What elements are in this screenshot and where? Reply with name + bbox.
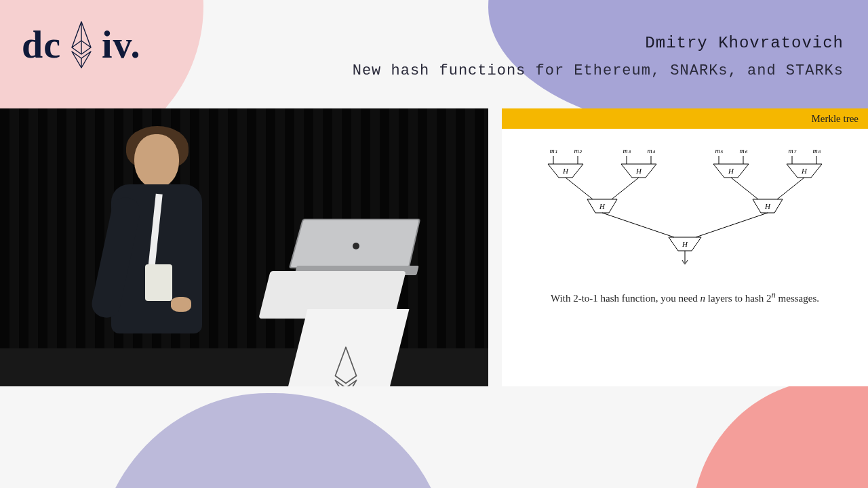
talk-title: New hash functions for Ethereum, SNARKs,… bbox=[353, 62, 844, 79]
slide-caption: With 2-to-1 hash function, you need n la… bbox=[510, 290, 860, 304]
svg-text:H: H bbox=[599, 202, 606, 210]
svg-line-16 bbox=[566, 178, 593, 199]
svg-line-21 bbox=[696, 213, 768, 237]
logo-text-left: dc bbox=[22, 23, 61, 66]
svg-text:m₇: m₇ bbox=[788, 147, 796, 155]
lectern bbox=[258, 244, 407, 386]
svg-line-17 bbox=[612, 178, 639, 199]
speaker-name: Dmitry Khovratovich bbox=[645, 34, 844, 52]
svg-text:m₃: m₃ bbox=[623, 147, 631, 155]
svg-text:H: H bbox=[562, 167, 569, 175]
camera-feed bbox=[0, 108, 488, 386]
decorative-blob bbox=[95, 393, 448, 488]
presentation-frame: dc iv. Dmitry Khovratovich New hash func… bbox=[0, 0, 868, 488]
ethereum-diamond-icon bbox=[326, 346, 366, 386]
presenter-figure bbox=[95, 129, 217, 373]
slide-body: m₁ m₂ m₃ m₄ m₅ m₆ m₇ m₈ bbox=[502, 129, 868, 304]
svg-text:m₄: m₄ bbox=[647, 147, 655, 155]
slide-heading: Merkle tree bbox=[502, 108, 868, 129]
ethereum-diamond-icon bbox=[68, 20, 95, 69]
svg-text:m₁: m₁ bbox=[549, 147, 557, 155]
logo-text-right: iv. bbox=[102, 23, 140, 66]
slide-view: Merkle tree m₁ m₂ m₃ m₄ m₅ m₆ m₇ m₈ bbox=[502, 108, 868, 386]
svg-text:H: H bbox=[728, 167, 734, 175]
svg-text:m₂: m₂ bbox=[574, 147, 582, 155]
svg-line-19 bbox=[777, 178, 804, 199]
stage-backdrop bbox=[0, 108, 488, 386]
decorative-blob bbox=[692, 380, 868, 488]
stage-floor bbox=[0, 348, 488, 386]
svg-line-20 bbox=[602, 213, 674, 237]
svg-text:H: H bbox=[635, 167, 642, 175]
svg-text:m₆: m₆ bbox=[739, 147, 747, 155]
svg-text:H: H bbox=[764, 202, 771, 210]
svg-text:m₈: m₈ bbox=[812, 147, 821, 155]
svg-text:H: H bbox=[682, 240, 688, 248]
merkle-tree-diagram: m₁ m₂ m₃ m₄ m₅ m₆ m₇ m₈ bbox=[529, 146, 841, 268]
event-logo: dc iv. bbox=[22, 20, 140, 69]
svg-text:m₅: m₅ bbox=[715, 147, 723, 155]
svg-line-18 bbox=[731, 178, 758, 199]
svg-text:H: H bbox=[801, 167, 808, 175]
